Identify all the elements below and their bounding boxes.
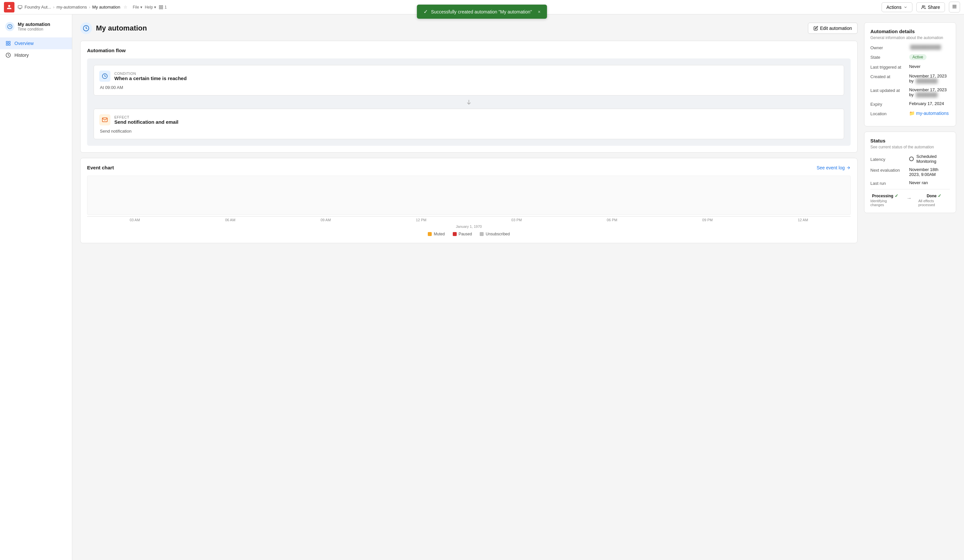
sidebar: My automation Time condition Overview Hi…: [0, 15, 72, 560]
star-icon[interactable]: ☆: [124, 5, 127, 10]
latency-label: Latency: [870, 156, 907, 162]
event-chart-title: Event chart: [87, 165, 114, 170]
svg-rect-17: [8, 41, 10, 43]
automation-details-card: Automation details General information a…: [864, 22, 956, 127]
effect-detail: Send notification: [99, 129, 839, 134]
flow-background: Condition When a certain time is reached…: [87, 58, 851, 146]
status-subtitle: See current status of the automation: [870, 145, 950, 149]
expiry-label: Expiry: [870, 101, 907, 107]
next-eval-label: Next evaluation: [870, 167, 907, 173]
breadcrumb: Foundry Aut... › my-automations › My aut…: [18, 5, 127, 10]
detail-row-last-updated: Last updated at November 17, 2023 by ███…: [870, 87, 950, 97]
latency-dot: [909, 157, 914, 161]
condition-icon: [99, 71, 111, 82]
svg-rect-18: [6, 44, 8, 45]
sidebar-item-history[interactable]: History: [0, 49, 72, 61]
created-label: Created at: [870, 73, 907, 79]
chart-date-label: January 1, 1970: [87, 224, 851, 229]
processing-row: Processing ✓ Identifying changes → Done …: [870, 193, 950, 207]
svg-point-2: [8, 6, 9, 7]
processing-label: Processing ✓: [872, 193, 898, 198]
flow-card-title: Automation flow: [87, 48, 851, 53]
last-updated-value: November 17, 2023 by ███████: [909, 87, 950, 97]
x-label-1: 03 AM: [87, 218, 183, 222]
main-content: My automation Edit automation Automation…: [72, 15, 964, 560]
location-link[interactable]: 📁 my-automations: [909, 110, 949, 116]
last-triggered-label: Last triggered at: [870, 64, 907, 70]
edit-automation-button[interactable]: Edit automation: [808, 23, 858, 34]
file-menu[interactable]: File ▾: [133, 5, 142, 10]
created-value: November 17, 2023 by ███████: [909, 73, 950, 83]
legend-unsubscribed: Unsubscribed: [480, 232, 510, 236]
breadcrumb-foundry[interactable]: Foundry Aut...: [18, 5, 51, 10]
condition-detail: At 09:00 AM: [99, 85, 839, 90]
svg-point-11: [922, 5, 924, 7]
breadcrumb-current: My automation: [92, 5, 120, 10]
legend-muted: Muted: [428, 232, 445, 236]
grid-count[interactable]: 1: [159, 5, 167, 10]
detail-row-last-triggered: Last triggered at Never: [870, 64, 950, 70]
condition-name: When a certain time is reached: [114, 76, 187, 81]
svg-rect-10: [161, 8, 163, 9]
actions-button[interactable]: Actions: [881, 2, 912, 12]
next-eval-row: Next evaluation November 18th 2023, 9:00…: [870, 167, 950, 177]
done-step: Done ✓ All effects processed: [918, 193, 950, 207]
sidebar-item-overview[interactable]: Overview: [0, 37, 72, 49]
chart-legend: Muted Paused Unsubscribed: [87, 232, 851, 236]
owner-value: ██████████: [909, 45, 942, 50]
details-title: Automation details: [870, 29, 950, 34]
owner-label: Owner: [870, 45, 907, 50]
effect-type-label: Effect: [114, 115, 178, 119]
state-label: State: [870, 54, 907, 60]
last-updated-label: Last updated at: [870, 87, 907, 93]
chart-columns: [87, 179, 850, 215]
sidebar-item-subtitle: Time condition: [18, 27, 50, 31]
right-panel: Automation details General information a…: [864, 22, 956, 552]
x-label-2: 06 AM: [183, 218, 278, 222]
flow-arrow: [94, 96, 844, 109]
last-run-value: Never ran: [909, 180, 928, 185]
history-icon: [5, 52, 11, 58]
location-label: Location: [870, 110, 907, 116]
latency-row: Latency Scheduled Monitoring: [870, 154, 950, 164]
layout-button[interactable]: [949, 2, 960, 13]
x-label-3: 09 AM: [278, 218, 374, 222]
help-menu[interactable]: Help ▾: [145, 5, 156, 10]
next-eval-value: November 18th 2023, 9:00AM: [909, 167, 950, 177]
svg-point-3: [10, 6, 10, 7]
detail-row-state: State Active: [870, 54, 950, 60]
x-label-6: 06 PM: [565, 218, 660, 222]
latency-value: Scheduled Monitoring: [916, 154, 950, 164]
event-chart-card: Event chart See event log: [80, 158, 858, 243]
condition-step: Condition When a certain time is reached…: [94, 65, 844, 96]
detail-row-created: Created at November 17, 2023 by ███████: [870, 73, 950, 83]
svg-rect-16: [6, 41, 8, 43]
sidebar-nav: Overview History: [0, 37, 72, 61]
last-run-label: Last run: [870, 180, 907, 186]
page-title-icon: [80, 22, 92, 34]
x-label-4: 12 PM: [374, 218, 469, 222]
detail-row-owner: Owner ██████████: [870, 45, 950, 50]
sidebar-automation-header: My automation Time condition: [0, 18, 72, 35]
breadcrumb-my-automations[interactable]: my-automations: [57, 5, 87, 10]
see-event-log-link[interactable]: See event log: [816, 165, 851, 170]
effect-step: Effect Send notification and email Send …: [94, 109, 844, 139]
overview-icon: [5, 41, 11, 46]
x-label-5: 03 PM: [469, 218, 565, 222]
legend-muted-dot: [428, 232, 432, 236]
legend-unsubscribed-dot: [480, 232, 484, 236]
chart-x-axis: 03 AM 06 AM 09 AM 12 PM 03 PM 06 PM 09 P…: [87, 216, 851, 223]
svg-rect-8: [161, 5, 163, 6]
condition-type-label: Condition: [114, 71, 187, 76]
status-title: Status: [870, 138, 950, 143]
effect-icon: [99, 114, 111, 125]
legend-paused-dot: [453, 232, 457, 236]
share-button[interactable]: Share: [916, 2, 945, 12]
svg-rect-7: [159, 5, 160, 6]
svg-rect-9: [159, 8, 160, 9]
sidebar-item-title: My automation: [18, 22, 50, 27]
legend-paused: Paused: [453, 232, 472, 236]
last-triggered-value: Never: [909, 64, 921, 69]
toast-close-button[interactable]: ×: [538, 9, 541, 15]
chart-area: [87, 175, 851, 215]
